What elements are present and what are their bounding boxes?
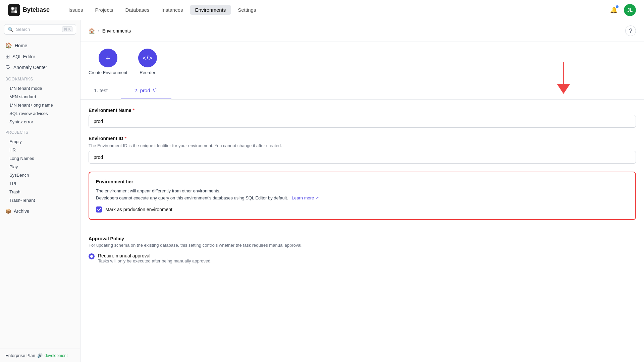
approval-title: Approval Policy	[89, 236, 636, 241]
help-button[interactable]: ?	[625, 25, 636, 36]
bookmark-sql-review[interactable]: SQL review advices	[0, 109, 80, 118]
svg-rect-0	[11, 7, 14, 9]
radio-content: Require manual approval Tasks will only …	[98, 253, 212, 263]
sidebar-item-sql-editor[interactable]: ⊞ SQL Editor	[0, 51, 80, 62]
sidebar: 🔍 Search ⌘ K 🏠 Home ⊞ SQL Editor 🛡 Anoma…	[0, 20, 80, 362]
sidebar-item-home[interactable]: 🏠 Home	[0, 40, 80, 51]
approval-option-desc: Tasks will only be executed after being …	[98, 258, 212, 263]
approval-option-label: Require manual approval	[98, 253, 212, 258]
projects-section-label: Projects	[0, 127, 80, 136]
create-environment-button[interactable]: + Create Environment	[89, 49, 127, 75]
logo-text: Bytebase	[23, 6, 50, 13]
env-tabs: 1. test 2. prod 🛡	[80, 82, 644, 100]
tab-prod[interactable]: 2. prod 🛡	[121, 82, 171, 99]
env-id-group: Environment ID * The Environment ID is t…	[89, 136, 636, 164]
breadcrumb: 🏠 › Environments ?	[80, 20, 644, 42]
bookmarks-section-label: Bookmarks	[0, 74, 80, 83]
breadcrumb-separator: ›	[98, 28, 100, 34]
tier-learn-more-link[interactable]: Learn more ↗	[292, 195, 319, 200]
shield-icon: 🛡	[153, 87, 158, 93]
sidebar-main-items: 🏠 Home ⊞ SQL Editor 🛡 Anomaly Center	[0, 39, 80, 74]
tier-desc: The environment will appear differently …	[96, 188, 629, 202]
env-id-hint: The Environment ID is the unique identif…	[89, 143, 636, 148]
avatar[interactable]: JL	[624, 4, 636, 16]
notification-dot	[616, 5, 619, 8]
breadcrumb-home[interactable]: 🏠	[89, 28, 95, 34]
svg-rect-2	[11, 10, 14, 12]
nav-environments[interactable]: Environments	[190, 5, 231, 15]
tier-title: Environment tier	[96, 179, 629, 184]
nav-right: 🔔 JL	[608, 4, 636, 16]
env-tabs-container: 1. test 2. prod 🛡	[80, 82, 644, 100]
bookmark-1n-tenant[interactable]: 1*N tenant mode	[0, 84, 80, 93]
project-trash-tenant[interactable]: Trash-Tenant	[0, 196, 80, 204]
project-long-names[interactable]: Long Names	[0, 154, 80, 163]
production-checkbox-label[interactable]: Mark as production environment	[105, 207, 172, 212]
nav-projects[interactable]: Projects	[90, 5, 118, 15]
create-environment-icon: +	[99, 49, 117, 67]
env-name-label: Environment Name *	[89, 108, 636, 113]
projects-section: Empty HR Long Names Play SysBench TPL Tr…	[0, 136, 80, 206]
reorder-icon: </>	[138, 49, 157, 67]
reorder-label: Reorder	[140, 70, 155, 75]
tab-prod-label: 2. prod	[135, 87, 150, 93]
sidebar-search-section: 🔍 Search ⌘ K	[0, 20, 80, 39]
project-trash[interactable]: Trash	[0, 188, 80, 196]
approval-hint: For updating schema on the existing data…	[89, 243, 636, 248]
search-placeholder: Search	[16, 27, 59, 32]
project-tpl[interactable]: TPL	[0, 179, 80, 188]
project-sysbench[interactable]: SysBench	[0, 171, 80, 179]
main-layout: 🔍 Search ⌘ K 🏠 Home ⊞ SQL Editor 🛡 Anoma…	[0, 20, 644, 362]
production-checkbox[interactable]	[96, 206, 102, 213]
notification-button[interactable]: 🔔	[608, 4, 620, 16]
nav-instances[interactable]: Instances	[156, 5, 188, 15]
tab-test[interactable]: 1. test	[80, 82, 121, 99]
nav-issues[interactable]: Issues	[63, 5, 88, 15]
archive-icon: 📦	[5, 208, 11, 214]
top-nav: Bytebase Issues Projects Databases Insta…	[0, 0, 644, 20]
project-hr[interactable]: HR	[0, 146, 80, 154]
nav-databases[interactable]: Databases	[120, 5, 155, 15]
sidebar-item-home-label: Home	[15, 43, 27, 48]
env-name-required: *	[133, 108, 135, 113]
approval-section: Approval Policy For updating schema on t…	[80, 236, 644, 274]
archive-section: 📦 Archive	[0, 206, 80, 217]
sidebar-item-anomaly-center[interactable]: 🛡 Anomaly Center	[0, 62, 80, 73]
sidebar-footer: Enterprise Plan 🔊 development	[0, 349, 80, 362]
home-icon: 🏠	[5, 42, 12, 49]
production-checkbox-row: Mark as production environment	[96, 206, 629, 213]
anomaly-icon: 🛡	[5, 64, 11, 70]
env-name-group: Environment Name *	[89, 108, 636, 128]
env-id-label: Environment ID *	[89, 136, 636, 141]
logo-icon	[8, 4, 20, 16]
plan-label: Enterprise Plan	[5, 353, 35, 358]
content: 🏠 › Environments ? + Create Environment …	[80, 20, 644, 362]
search-icon: 🔍	[8, 27, 13, 32]
search-kbd: ⌘ K	[62, 26, 72, 32]
env-name-input[interactable]	[89, 115, 636, 128]
breadcrumb-current: Environments	[102, 28, 131, 34]
archive-label[interactable]: Archive	[14, 208, 30, 214]
reorder-button[interactable]: </> Reorder	[138, 49, 157, 75]
bookmark-mn-standard[interactable]: M*N standard	[0, 93, 80, 101]
bookmark-syntax-error[interactable]: Syntax error	[0, 118, 80, 126]
environment-tier-box: Environment tier The environment will ap…	[89, 172, 636, 220]
bookmark-1n-tenant-long[interactable]: 1*N tenant+long name	[0, 101, 80, 109]
approval-radio-row: Require manual approval Tasks will only …	[89, 253, 636, 263]
external-link-icon: ↗	[315, 195, 319, 200]
bookmarks-section: 1*N tenant mode M*N standard 1*N tenant+…	[0, 83, 80, 127]
create-environment-label: Create Environment	[89, 70, 127, 75]
form-section: Environment Name * Environment ID * The …	[80, 100, 644, 236]
dev-badge: development	[45, 353, 68, 358]
search-box[interactable]: 🔍 Search ⌘ K	[4, 24, 76, 35]
env-id-input[interactable]	[89, 151, 636, 164]
logo[interactable]: Bytebase	[8, 4, 50, 16]
svg-rect-3	[14, 10, 17, 12]
manual-approval-radio[interactable]	[89, 253, 95, 259]
sidebar-item-anomaly-label: Anomaly Center	[13, 65, 47, 70]
project-empty[interactable]: Empty	[0, 137, 80, 146]
sidebar-item-sql-label: SQL Editor	[12, 54, 35, 59]
speaker-icon: 🔊	[37, 353, 43, 358]
project-play[interactable]: Play	[0, 163, 80, 171]
nav-settings[interactable]: Settings	[232, 5, 261, 15]
